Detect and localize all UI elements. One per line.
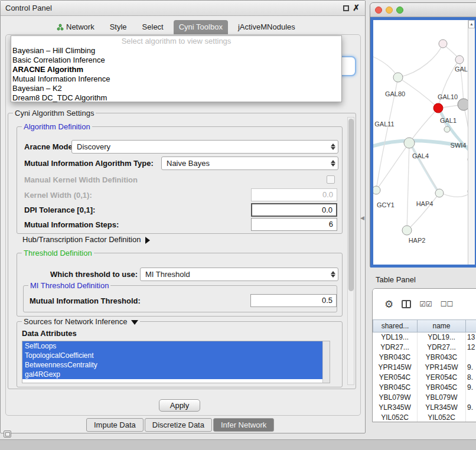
- table-row[interactable]: YLR345WYLR345W9.: [373, 403, 476, 413]
- network-canvas-svg: GAL8GAL80GAL10GAL11GAL1SWI4GAL4GCY1HAP4Y…: [373, 20, 475, 265]
- column-header-partial[interactable]: [466, 319, 476, 332]
- network-scrollbar[interactable]: ▲: [468, 20, 475, 265]
- dropdown-item-dream8[interactable]: Dream8 DC_TDC Algorithm: [11, 93, 341, 103]
- table-cell: 9.: [466, 363, 476, 373]
- mi-type-combo[interactable]: Naive Bayes: [161, 156, 338, 170]
- network-edge[interactable]: [409, 108, 438, 143]
- manual-kernel-checkbox[interactable]: [327, 175, 335, 184]
- list-item-selfloops[interactable]: SelfLoops: [22, 341, 322, 351]
- mi-threshold-definition-group: MI Threshold Definition Mutual Informati…: [23, 285, 337, 312]
- tab-cyni-toolbox[interactable]: Cyni Toolbox: [174, 20, 228, 34]
- apply-button[interactable]: Apply: [159, 399, 200, 412]
- table-row[interactable]: YER054CYER054C8.: [373, 373, 476, 383]
- zoom-traffic-light[interactable]: [396, 6, 403, 14]
- network-node-gal10-red[interactable]: [433, 103, 443, 113]
- list-item-betweennesscentrality[interactable]: BetweennessCentrality: [22, 360, 322, 370]
- network-node-gal80[interactable]: [393, 73, 403, 82]
- sources-group: Sources for Network Inference Data Attri…: [17, 321, 343, 387]
- network-node-label: GAL1: [440, 117, 457, 124]
- column-header-shared-name[interactable]: shared...: [373, 319, 418, 332]
- table-row[interactable]: YBR045CYBR045C9.: [373, 383, 476, 393]
- close-icon[interactable]: ✗: [353, 3, 360, 12]
- network-node-label: SWI4: [451, 142, 467, 149]
- table-cell: YER054C: [418, 373, 466, 383]
- list-item-gal4rgexp[interactable]: gal4RGexp: [22, 370, 322, 379]
- minimize-traffic-light[interactable]: [386, 6, 393, 14]
- sources-title-toggle[interactable]: Sources for Network Inference: [22, 317, 140, 326]
- deselect-all-icon[interactable]: ☐☐: [441, 300, 454, 308]
- network-node-label: GAL4: [412, 152, 429, 159]
- settings-scrollbar-thumb[interactable]: [348, 119, 354, 291]
- dropdown-item-mutual-information[interactable]: Mutual Information Inference: [11, 74, 341, 84]
- aracne-mode-combo[interactable]: Discovery: [71, 140, 338, 154]
- mi-steps-label: Mutual Information Steps:: [24, 220, 119, 229]
- network-node-hap4[interactable]: [435, 189, 444, 197]
- collapse-down-icon: [131, 320, 138, 325]
- table-cell: 13: [466, 332, 476, 343]
- gear-icon[interactable]: ⚙: [384, 298, 393, 311]
- collapse-right-icon: [145, 237, 150, 244]
- mi-threshold-field[interactable]: 0.5: [250, 294, 337, 307]
- network-node-left-mid[interactable]: [373, 186, 380, 194]
- tab-select[interactable]: Select: [137, 20, 169, 34]
- table-row[interactable]: YPR145WYPR145W9.: [373, 363, 476, 373]
- combo-arrows-icon: [328, 160, 338, 167]
- select-all-icon[interactable]: ☑☑: [419, 300, 432, 308]
- columns-icon[interactable]: [402, 300, 411, 308]
- which-threshold-combo[interactable]: MI Threshold: [140, 268, 338, 281]
- table-cell: YBR043C: [418, 353, 466, 363]
- attributes-list-scrollbar[interactable]: [322, 341, 330, 383]
- tab-jactivemnodules[interactable]: jActiveMNodules: [233, 20, 301, 34]
- table-panel-toolbar: ⚙ ☑☑ ☐☐: [373, 289, 476, 319]
- table-row[interactable]: YDL19...YDL19...13: [373, 332, 476, 343]
- column-header-name[interactable]: name: [418, 319, 466, 332]
- network-edge[interactable]: [407, 193, 439, 230]
- tab-style[interactable]: Style: [105, 20, 132, 34]
- network-view-window: GAL8GAL80GAL10GAL11GAL1SWI4GAL4GCY1HAP4Y…: [370, 2, 476, 267]
- table-row[interactable]: YIL052CYIL052C: [373, 413, 476, 422]
- hub-definition-label: Hub/Transcription Factor Definition: [22, 235, 141, 244]
- table-cell: YER054C: [373, 373, 418, 383]
- splitter-collapse-icon[interactable]: ◀: [360, 215, 364, 221]
- close-traffic-light[interactable]: [375, 6, 382, 14]
- dropdown-item-bayesian-hill[interactable]: Bayesian – Hill Climbing: [11, 46, 341, 56]
- network-node-pink-top[interactable]: [439, 40, 447, 48]
- table-cell: YLR345W: [418, 403, 466, 413]
- float-window-icon[interactable]: [343, 5, 349, 11]
- dropdown-item-bayesian-k2[interactable]: Bayesian – K2: [11, 84, 341, 93]
- dpi-tolerance-field[interactable]: 0.0: [251, 203, 337, 217]
- restore-panel-icon[interactable]: [4, 431, 11, 438]
- network-edge[interactable]: [376, 143, 409, 190]
- tab-infer-network[interactable]: Infer Network: [213, 418, 274, 432]
- list-item-topologicalcoefficient[interactable]: TopologicalCoefficient: [22, 351, 322, 360]
- table-row[interactable]: YDR27...YDR27...12: [373, 343, 476, 353]
- table-row[interactable]: YBR043CYBR043C: [373, 353, 476, 363]
- tab-discretize-data[interactable]: Discretize Data: [145, 418, 212, 432]
- dropdown-item-aracne[interactable]: ARACNE Algorithm: [11, 65, 341, 74]
- network-edge[interactable]: [407, 143, 409, 230]
- tab-network[interactable]: Network: [51, 20, 100, 34]
- settings-scrollbar[interactable]: [347, 117, 354, 385]
- kernel-width-field[interactable]: 0.0: [251, 188, 337, 201]
- table-panel: ⚙ ☑☑ ☐☐ shared... name YDL19...YDL19...1…: [372, 288, 476, 422]
- table-cell: 8.: [466, 373, 476, 383]
- network-node-label: GAL11: [374, 120, 394, 128]
- table-panel-title: Table Panel: [376, 275, 416, 284]
- control-panel-window: Control Panel ✗ Network Style Select Cyn…: [0, 0, 366, 433]
- table-row[interactable]: YBL079WYBL079W: [373, 393, 476, 403]
- network-node-gal1[interactable]: [444, 126, 450, 132]
- dpi-tolerance-label: DPI Tolerance [0,1]:: [24, 206, 95, 214]
- mi-steps-field[interactable]: 6: [251, 218, 337, 231]
- hub-definition-toggle[interactable]: Hub/Transcription Factor Definition: [22, 235, 150, 244]
- network-node-pale-top-right[interactable]: [455, 56, 464, 64]
- tab-impute-data[interactable]: Impute Data: [86, 418, 144, 432]
- network-node-gal4[interactable]: [404, 138, 415, 148]
- network-edge[interactable]: [398, 44, 443, 77]
- table-cell: YIL052C: [373, 413, 418, 422]
- table-cell: YBL079W: [373, 393, 418, 403]
- network-node-hap2[interactable]: [402, 226, 412, 235]
- control-panel-tabbar: Network Style Select Cyni Toolbox jActiv…: [51, 20, 301, 34]
- dropdown-item-basic-correlation[interactable]: Basic Correlation Inference: [11, 56, 341, 65]
- network-canvas[interactable]: GAL8GAL80GAL10GAL11GAL1SWI4GAL4GCY1HAP4Y…: [370, 17, 476, 268]
- scroll-up-icon[interactable]: ▲: [468, 20, 475, 28]
